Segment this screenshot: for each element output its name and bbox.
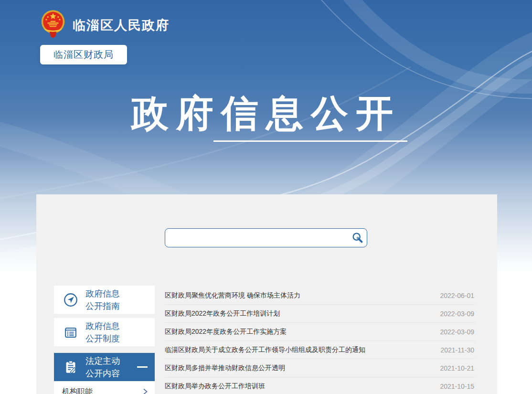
article-date: 2022-06-01 [440, 292, 474, 299]
sidebar-item-disclosure-system[interactable]: 政府信息 公开制度 [54, 318, 155, 346]
article-link[interactable]: 区财政局2022年度政务公开工作实施方案 [165, 328, 287, 336]
sidebar-submenu: 机构职能 [54, 381, 155, 394]
article-date: 2022-03-09 [440, 310, 474, 318]
article-list: 区财政局聚焦优化营商环境 确保市场主体活力 2022-06-01 区财政局202… [165, 287, 474, 394]
page-title: 政府信息公开 [0, 89, 532, 139]
sidebar-subitem-label: 机构职能 [62, 387, 93, 394]
title-underline [213, 140, 407, 142]
chevron-right-icon [142, 388, 148, 394]
sidebar-item-disclosure-guide[interactable]: 政府信息 公开指南 [54, 286, 155, 314]
article-date: 2021-10-21 [440, 364, 474, 372]
sidebar-item-label: 法定主动 公开内容 [85, 355, 120, 380]
article-row: 区财政局聚焦优化营商环境 确保市场主体活力 2022-06-01 [165, 287, 474, 305]
search-button[interactable] [349, 229, 367, 247]
article-row: 区财政局多措并举推动财政信息公开透明 2021-10-21 [165, 359, 474, 377]
article-date: 2021-11-30 [440, 346, 474, 354]
search-icon [351, 232, 364, 244]
article-link[interactable]: 区财政局2022年政务公开工作培训计划 [165, 309, 280, 318]
sidebar-item-statutory-disclosure[interactable]: 法定主动 公开内容 [54, 353, 155, 381]
search-input[interactable] [165, 229, 349, 247]
article-row: 区财政局举办政务公开工作培训班 2021-10-15 [165, 377, 474, 394]
compass-icon [62, 291, 79, 309]
article-link[interactable]: 区财政局举办政务公开工作培训班 [165, 382, 265, 391]
article-row: 临淄区财政局关于成立政务公开工作领导小组组成及职责分工的通知 2021-11-3… [165, 341, 474, 359]
department-badge-button[interactable]: 临淄区财政局 [40, 45, 127, 64]
site-brand[interactable]: 临淄区人民政府 [40, 10, 170, 38]
search-bar [165, 228, 367, 247]
sidebar-subitem-org-functions[interactable]: 机构职能 [54, 381, 155, 394]
site-name: 临淄区人民政府 [73, 17, 170, 34]
national-emblem-icon [40, 10, 66, 38]
notebook-list-icon [62, 324, 79, 341]
sidebar-item-label: 政府信息 公开指南 [85, 288, 120, 312]
article-date: 2021-10-15 [440, 383, 474, 390]
page: 临淄区人民政府 临淄区财政局 政府信息公开 政府信息 [0, 0, 532, 394]
article-row: 区财政局2022年政务公开工作培训计划 2022-03-09 [165, 305, 474, 323]
article-link[interactable]: 区财政局多措并举推动财政信息公开透明 [165, 364, 285, 373]
sidebar-item-label: 政府信息 公开制度 [85, 320, 120, 345]
sidebar: 政府信息 公开指南 政府信息 公开制度 [54, 286, 155, 394]
article-link[interactable]: 区财政局聚焦优化营商环境 确保市场主体活力 [165, 291, 300, 300]
article-date: 2022-03-09 [440, 328, 474, 336]
clipboard-pen-icon [62, 359, 79, 376]
collapse-minus-icon [137, 366, 148, 368]
article-link[interactable]: 临淄区财政局关于成立政务公开工作领导小组组成及职责分工的通知 [165, 346, 365, 354]
article-row: 区财政局2022年度政务公开工作实施方案 2022-03-09 [165, 323, 474, 341]
